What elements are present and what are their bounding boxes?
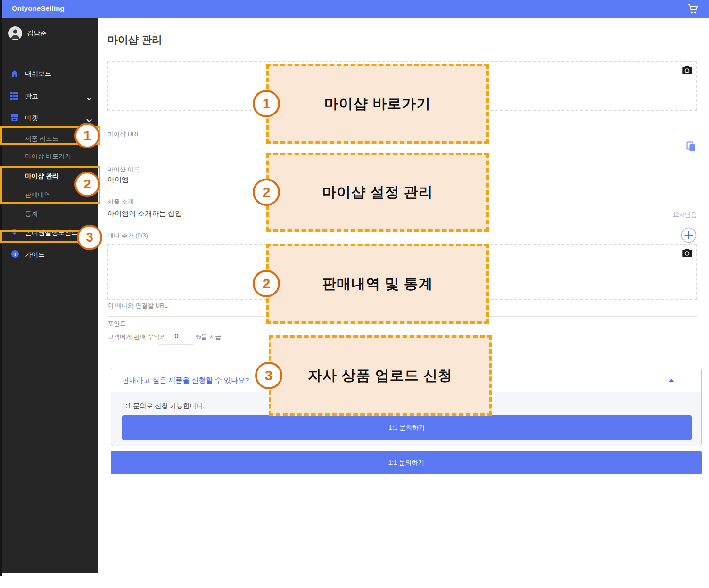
sidebar-item-ads[interactable]: 광고 [2,90,98,104]
sidebar: 김남준 대쉬보드 광고 마켓 [2,18,98,573]
callout-number-badge: 1 [253,90,280,117]
home-icon [10,69,19,78]
callout-label: 마이샵 설정 관리 [322,183,433,202]
point-sentence-prefix: 고객에게 판매 수익의 [107,333,166,341]
myshop-name-label: 마이샵 이름 [107,165,140,174]
camera-icon[interactable] [682,249,692,257]
callout-box-3: 판매내역 및 통계 [266,244,489,324]
user-avatar[interactable] [8,26,22,40]
banner-add-label: 배너 추가 (0/3) [107,231,148,240]
page-title: 마이샵 관리 [107,33,162,47]
callout-number-badge: 2 [253,179,280,206]
callout-label: 마이샵 바로가기 [324,94,431,114]
point-sentence-suffix: %를 지급 [196,333,221,341]
intro-label: 한줄 소개 [107,197,134,206]
chars-remaining: 12자남음 [650,211,697,219]
sidebar-item-label: 광고 [25,92,38,101]
chevron-down-icon [86,116,92,120]
sidebar-subitem-myshop-shortcut[interactable]: 마이샵 바로가기 [2,149,98,163]
top-bar: OnlyoneSelling [2,0,709,18]
point-percent-input[interactable]: 0 [159,332,194,340]
sidebar-number-badge: 1 [74,123,100,148]
callout-label: 판매내역 및 통계 [322,274,433,294]
collapse-arrow-icon[interactable] [668,379,674,382]
faq-answer: 1:1 문의로 신청 가능합니다. [122,402,205,410]
copy-icon[interactable] [686,141,696,152]
callout-box-1: 마이샵 바로가기 [266,64,489,144]
sidebar-item-label: 통계 [25,210,38,218]
store-icon [10,114,19,122]
myshop-url-label: 마이샵 URL [107,130,140,139]
sidebar-item-label: 대쉬보드 [25,70,51,78]
user-name: 김남준 [27,29,47,38]
callout-box-2: 마이샵 설정 관리 [266,153,489,232]
app-window: OnlyoneSelling 김남준 대쉬보드 광고 [0,0,709,588]
point-label: 포인트 [107,319,126,328]
faq-inquiry-button[interactable]: 1:1 문의하기 [122,415,692,440]
sidebar-item-guide[interactable]: i 가이드 [2,248,98,262]
sidebar-subitem-stats[interactable]: 통계 [2,207,98,221]
sidebar-item-label: 마이샵 바로가기 [25,152,71,161]
sidebar-number-badge: 3 [77,225,102,250]
info-icon: i [11,250,19,258]
sidebar-item-label: 마켓 [25,114,38,122]
intro-input[interactable]: 아이엠이 소개하는 샵입 [107,209,182,218]
grid-icon [10,92,19,100]
add-banner-button[interactable] [681,227,697,243]
callout-number-badge: 3 [255,362,282,389]
camera-icon[interactable] [682,66,692,74]
brand-logo: OnlyoneSelling [12,4,65,12]
faq-question: 판매하고 싶은 제품을 신청할 수 있나요? [122,376,249,385]
point-input-underline [159,344,194,345]
chevron-down-icon [86,95,92,98]
callout-label: 자사 상품 업로드 신청 [308,366,453,385]
left-edge-strip [0,0,2,576]
cart-icon[interactable] [687,4,699,14]
sidebar-item-dashboard[interactable]: 대쉬보드 [2,67,98,81]
banner-url-label: 위 배너와 연결할 URL [107,302,168,310]
callout-box-4: 자사 상품 업로드 신청 [269,335,492,416]
myshop-name-input[interactable]: 아이엠 [107,175,129,184]
inquiry-button[interactable]: 1:1 문의하기 [111,451,702,474]
sidebar-number-badge: 2 [74,172,100,197]
callout-number-badge: 2 [253,270,280,297]
sidebar-item-label: 가이드 [25,251,45,259]
